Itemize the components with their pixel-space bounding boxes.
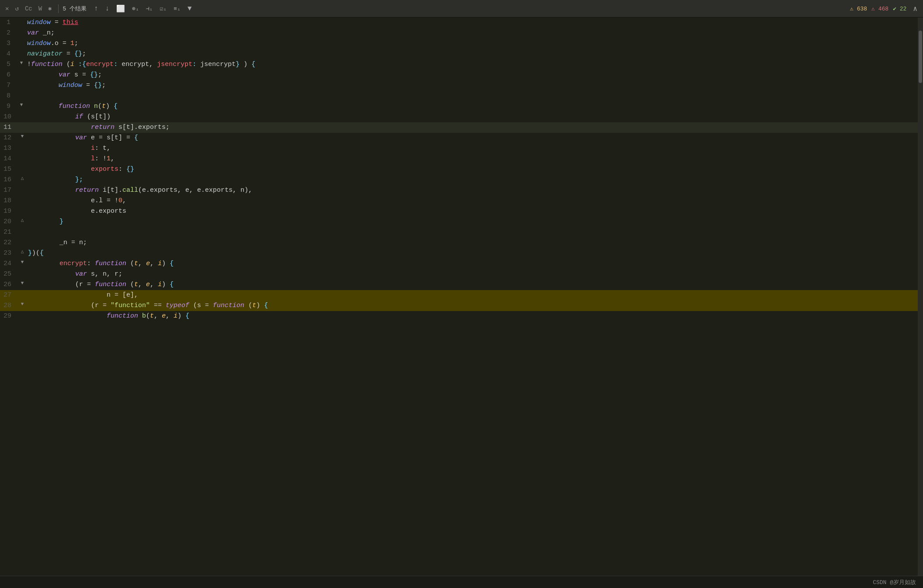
token-plain: ,	[154, 312, 162, 320]
token-kw: var	[27, 29, 39, 37]
token-punc: {	[264, 302, 268, 309]
token-num: 1	[107, 155, 111, 163]
editor-container: ✕ ↺ Cc W ✱ 5 个结果 ↑ ↓ ⬜ ⊕ᵢ ⊣ᵢ ☑ᵢ ≡ᵢ ▼ ⚠ 6…	[0, 0, 923, 588]
code-text: !function (i :{encrypt: encrypt, jsencry…	[25, 59, 923, 69]
scrollbar-thumb[interactable]	[919, 31, 922, 83]
toolbar-right: ⚠ 638 ⚠ 468 ✔ 22 ∧	[850, 3, 920, 14]
token-plain: ,	[150, 260, 158, 267]
line-number: 1	[0, 17, 17, 28]
token-plain	[28, 270, 75, 278]
token-plain: (	[126, 260, 134, 267]
token-plain: s =	[70, 71, 90, 79]
code-text: return i[t].call(e.exports, e, e.exports…	[26, 185, 923, 195]
token-punc: {}	[74, 50, 82, 58]
line-number: 29	[0, 311, 18, 321]
code-text: l: !1,	[26, 154, 923, 164]
case-sensitive-icon[interactable]: Cc	[23, 4, 34, 13]
token-plain: s, n, r;	[87, 270, 122, 278]
collapse-icon[interactable]: ∧	[911, 3, 920, 14]
line-number: 22	[0, 238, 18, 248]
token-hl-this: this	[62, 19, 78, 26]
gutter-icon[interactable]: ▼	[18, 259, 26, 266]
code-line: 8	[0, 91, 923, 101]
gutter-icon[interactable]: ▼	[18, 280, 26, 287]
token-param: i	[173, 312, 177, 320]
token-plain: ;	[102, 82, 106, 89]
gutter-icon[interactable]: ▼	[18, 301, 26, 308]
line-number: 7	[0, 80, 17, 90]
line-number: 18	[0, 196, 18, 206]
separator	[58, 4, 59, 13]
gutter-icon[interactable]: △	[18, 217, 26, 224]
close-icon[interactable]: ✕	[3, 4, 10, 13]
line-number: 20	[0, 217, 18, 227]
token-param: t	[150, 312, 154, 320]
token-punc: {	[134, 134, 138, 142]
gutter-icon[interactable]: ▼	[18, 133, 26, 140]
token-plain: encrypt,	[118, 61, 157, 68]
gutter-icon[interactable]: △	[18, 175, 26, 182]
token-plain: ;	[82, 50, 86, 58]
token-plain: ,	[138, 260, 146, 267]
toggle-replace-icon[interactable]: ⬜	[114, 3, 127, 14]
gutter-icon[interactable]: ▼	[17, 59, 25, 67]
token-plain: _n = n;	[28, 239, 87, 246]
error-badge[interactable]: ⚠ 468	[871, 5, 888, 12]
code-line: 4navigator = {};	[0, 49, 923, 59]
line-number: 15	[0, 164, 18, 174]
token-plain: (s[t])	[83, 113, 111, 121]
next-result-button[interactable]: ↓	[103, 4, 112, 14]
prev-result-button[interactable]: ↑	[92, 4, 101, 14]
token-obj-key: encrypt	[59, 260, 87, 267]
match-word-icon[interactable]: ⊣ᵢ	[144, 4, 155, 13]
code-line: 3window.o = 1;	[0, 38, 923, 49]
scrollbar-track[interactable]	[918, 17, 923, 576]
filter-icon[interactable]: ▼	[185, 4, 194, 14]
gutter-icon[interactable]: ▼	[17, 101, 25, 109]
token-window-kw: window	[27, 40, 51, 47]
token-param: t	[134, 281, 138, 288]
code-text: var _n;	[25, 28, 923, 38]
toggle-icon[interactable]: ≡ᵢ	[171, 4, 183, 13]
code-line: 22 _n = n;	[0, 238, 923, 248]
code-text: exports: {}	[26, 164, 923, 174]
line-number: 6	[0, 70, 17, 80]
line-number: 10	[0, 112, 18, 122]
token-punc: }	[28, 249, 32, 257]
token-fn2: n	[94, 103, 98, 110]
token-plain	[28, 134, 75, 142]
token-plain: ,	[150, 281, 158, 288]
undo-icon[interactable]: ↺	[13, 4, 20, 13]
token-plain: =	[62, 50, 74, 58]
token-kw: return	[75, 187, 99, 194]
whole-word-icon[interactable]: W	[37, 4, 44, 13]
search-result-count: 5 个结果	[63, 5, 87, 13]
token-obj-key: jsencrypt	[157, 61, 192, 68]
line-number: 13	[0, 143, 18, 153]
token-punc: {	[251, 61, 255, 68]
token-plain: :	[118, 166, 126, 173]
token-param: t	[134, 260, 138, 267]
regex-icon[interactable]: ✱	[46, 4, 53, 13]
match-case-icon[interactable]: ⊕ᵢ	[130, 4, 141, 13]
gutter-icon[interactable]: △	[18, 248, 26, 256]
code-text: i: t,	[26, 143, 923, 153]
preserve-case-icon[interactable]: ☑ᵢ	[158, 4, 169, 13]
code-text: n = [e],	[26, 290, 923, 300]
code-line: 12▼ var e = s[t] = {	[0, 133, 923, 143]
warning-badge[interactable]: ⚠ 638	[850, 5, 867, 12]
ok-badge[interactable]: ✔ 22	[893, 5, 906, 12]
code-line: 15 exports: {}	[0, 164, 923, 175]
token-plain: :	[87, 260, 95, 267]
token-window-kw: window	[27, 19, 51, 26]
token-param: i	[158, 260, 162, 267]
code-line: 6 var s = {};	[0, 70, 923, 80]
token-fn2: b	[142, 312, 146, 320]
code-line: 16△ };	[0, 175, 923, 185]
code-line: 10 if (s[t])	[0, 112, 923, 122]
code-area: 1window = this2var _n;3window.o = 1;4nav…	[0, 17, 923, 576]
token-num: 0	[118, 197, 122, 204]
token-plain: =	[82, 82, 94, 89]
token-punc: {	[170, 260, 173, 267]
token-plain: e.exports	[28, 208, 126, 215]
